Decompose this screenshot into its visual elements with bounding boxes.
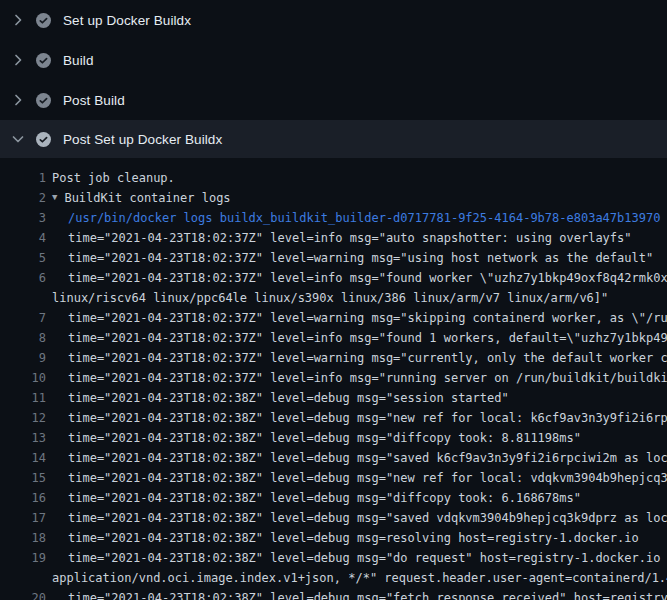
step-header-post-set-up-docker-buildx[interactable]: Post Set up Docker Buildx: [0, 120, 667, 158]
line-number[interactable]: 19: [0, 548, 46, 568]
log-text[interactable]: BuildKit container logs: [64, 188, 230, 208]
log-line: 9 time="2021-04-23T18:02:37Z" level=warn…: [0, 348, 667, 368]
log-line: 13 time="2021-04-23T18:02:38Z" level=deb…: [0, 428, 667, 448]
log-text: time="2021-04-23T18:02:37Z" level=info m…: [52, 368, 667, 388]
step-header-set-up-docker-buildx[interactable]: Set up Docker Buildx: [0, 0, 667, 40]
line-number: [0, 568, 46, 588]
log-text: time="2021-04-23T18:02:37Z" level=info m…: [52, 328, 667, 348]
log-line: 16 time="2021-04-23T18:02:38Z" level=deb…: [0, 488, 667, 508]
log-text: time="2021-04-23T18:02:38Z" level=debug …: [52, 408, 667, 428]
log-line: 19 time="2021-04-23T18:02:38Z" level=deb…: [0, 548, 667, 568]
log-line: 5 time="2021-04-23T18:02:37Z" level=warn…: [0, 248, 667, 268]
line-number[interactable]: 1: [0, 168, 46, 188]
log-text: Post job cleanup.: [52, 168, 175, 188]
group-collapse-triangle-icon: ▼: [52, 188, 57, 207]
step-label: Set up Docker Buildx: [63, 13, 191, 28]
log-text: /usr/bin/docker logs buildx_buildkit_bui…: [52, 208, 660, 228]
log-text: time="2021-04-23T18:02:38Z" level=debug …: [52, 388, 509, 408]
chevron-right-icon: [10, 52, 26, 68]
line-number[interactable]: 2: [0, 188, 46, 208]
step-label: Post Set up Docker Buildx: [63, 132, 222, 147]
line-number[interactable]: 16: [0, 488, 46, 508]
log-line: 1 Post job cleanup.: [0, 168, 667, 188]
log-line: 17 time="2021-04-23T18:02:38Z" level=deb…: [0, 508, 667, 528]
log-text: linux/riscv64 linux/ppc64le linux/s390x …: [52, 288, 608, 308]
line-number[interactable]: 14: [0, 448, 46, 468]
log-text: time="2021-04-23T18:02:37Z" level=warnin…: [52, 348, 667, 368]
line-number[interactable]: 4: [0, 228, 46, 248]
line-number[interactable]: 8: [0, 328, 46, 348]
line-number[interactable]: 20: [0, 588, 46, 600]
line-number[interactable]: 12: [0, 408, 46, 428]
actions-log-viewer: Set up Docker Buildx Build Post Build: [0, 0, 667, 600]
log-text: time="2021-04-23T18:02:38Z" level=debug …: [52, 588, 667, 600]
log-text: time="2021-04-23T18:02:37Z" level=warnin…: [52, 308, 667, 328]
log-line: 15 time="2021-04-23T18:02:38Z" level=deb…: [0, 468, 667, 488]
chevron-down-icon: [10, 131, 26, 147]
line-number[interactable]: 11: [0, 388, 46, 408]
chevron-right-icon: [10, 92, 26, 108]
chevron-right-icon: [10, 12, 26, 28]
log-panel: 1 Post job cleanup. 2 ▼ BuildKit contain…: [0, 158, 667, 600]
log-text: time="2021-04-23T18:02:38Z" level=debug …: [52, 528, 639, 548]
line-number[interactable]: 6: [0, 268, 46, 288]
log-text: time="2021-04-23T18:02:38Z" level=debug …: [52, 488, 581, 508]
line-number[interactable]: 15: [0, 468, 46, 488]
log-line: 12 time="2021-04-23T18:02:38Z" level=deb…: [0, 408, 667, 428]
log-text: time="2021-04-23T18:02:38Z" level=debug …: [52, 428, 581, 448]
step-label: Build: [63, 53, 94, 68]
line-number[interactable]: 3: [0, 208, 46, 228]
line-number[interactable]: 9: [0, 348, 46, 368]
log-line: 2 ▼ BuildKit container logs: [0, 188, 667, 208]
log-text: time="2021-04-23T18:02:38Z" level=debug …: [52, 448, 667, 468]
log-line: linux/riscv64 linux/ppc64le linux/s390x …: [0, 288, 667, 308]
line-number[interactable]: 13: [0, 428, 46, 448]
check-circle-icon: [36, 53, 51, 68]
log-line: application/vnd.oci.image.index.v1+json,…: [0, 568, 667, 588]
check-circle-icon: [36, 93, 51, 108]
log-line: 7 time="2021-04-23T18:02:37Z" level=warn…: [0, 308, 667, 328]
log-line: 10 time="2021-04-23T18:02:37Z" level=inf…: [0, 368, 667, 388]
line-number[interactable]: 10: [0, 368, 46, 388]
line-number[interactable]: 18: [0, 528, 46, 548]
log-line: 14 time="2021-04-23T18:02:38Z" level=deb…: [0, 448, 667, 468]
log-line: 8 time="2021-04-23T18:02:37Z" level=info…: [0, 328, 667, 348]
check-circle-icon: [36, 13, 51, 28]
log-text: time="2021-04-23T18:02:37Z" level=info m…: [52, 268, 667, 288]
step-header-build[interactable]: Build: [0, 40, 667, 80]
log-text: application/vnd.oci.image.index.v1+json,…: [52, 568, 667, 588]
line-number[interactable]: 17: [0, 508, 46, 528]
line-number[interactable]: 5: [0, 248, 46, 268]
log-text: time="2021-04-23T18:02:37Z" level=warnin…: [52, 248, 653, 268]
check-circle-icon: [36, 132, 51, 147]
log-line: 4 time="2021-04-23T18:02:37Z" level=info…: [0, 228, 667, 248]
log-text: time="2021-04-23T18:02:37Z" level=info m…: [52, 228, 632, 248]
line-number[interactable]: 7: [0, 308, 46, 328]
log-line: 18 time="2021-04-23T18:02:38Z" level=deb…: [0, 528, 667, 548]
log-line: 3 /usr/bin/docker logs buildx_buildkit_b…: [0, 208, 667, 228]
step-list: Set up Docker Buildx Build Post Build: [0, 0, 667, 158]
log-line: 20 time="2021-04-23T18:02:38Z" level=deb…: [0, 588, 667, 600]
log-line: 6 time="2021-04-23T18:02:37Z" level=info…: [0, 268, 667, 288]
step-header-post-build[interactable]: Post Build: [0, 80, 667, 120]
log-text: time="2021-04-23T18:02:38Z" level=debug …: [52, 468, 667, 488]
log-text: time="2021-04-23T18:02:38Z" level=debug …: [52, 548, 667, 568]
step-label: Post Build: [63, 93, 125, 108]
line-number: [0, 288, 46, 308]
log-text: time="2021-04-23T18:02:38Z" level=debug …: [52, 508, 667, 528]
log-line: 11 time="2021-04-23T18:02:38Z" level=deb…: [0, 388, 667, 408]
